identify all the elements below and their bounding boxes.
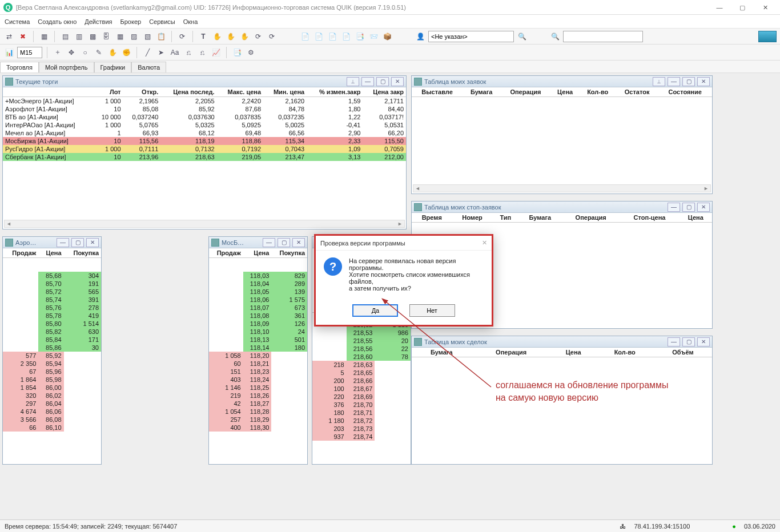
orderbook-row[interactable]: 118,04289 xyxy=(209,280,307,288)
tab-currency[interactable]: Валюта xyxy=(131,62,166,72)
menu-actions[interactable]: Действия xyxy=(85,18,112,25)
orderbook-row[interactable]: 118,07673 xyxy=(209,304,307,312)
orderbook-row[interactable]: 118,13501 xyxy=(209,336,307,344)
tab-charts[interactable]: Графики xyxy=(94,62,132,72)
scrollbar-h[interactable] xyxy=(4,220,405,228)
panel-min-button[interactable]: — xyxy=(668,77,680,86)
orderbook-row[interactable]: 29786,04 xyxy=(3,400,101,408)
panel-close-button[interactable]: ✕ xyxy=(697,77,710,86)
orderbook-row[interactable]: 180218,71 xyxy=(312,409,411,417)
panel-max-button[interactable]: ▢ xyxy=(682,337,695,346)
orderbook-row[interactable]: 118,08361 xyxy=(209,312,307,320)
refresh-icon[interactable]: ⟳ xyxy=(176,31,188,42)
panel-min-button[interactable]: — xyxy=(668,203,680,212)
orderbook-row[interactable]: 937218,74 xyxy=(312,433,411,441)
cursor-icon[interactable]: ➤ xyxy=(155,47,167,58)
orderbook-row[interactable]: 1 058118,20 xyxy=(209,352,307,360)
orderbook-row[interactable]: 118,03829 xyxy=(209,272,307,280)
workspace-thumbnail[interactable] xyxy=(758,31,777,42)
hand-icon[interactable]: ✋ xyxy=(225,31,236,42)
orderbook-row[interactable]: 257118,29 xyxy=(209,416,307,424)
account-select[interactable] xyxy=(428,31,514,42)
orderbook-row[interactable]: 1 146118,25 xyxy=(209,384,307,392)
text-aa-icon[interactable]: Aa xyxy=(169,47,180,58)
table-row[interactable]: ВТБ ао [A1-Акции]10 0000,0372400,0376300… xyxy=(3,113,406,121)
menu-windows[interactable]: Окна xyxy=(183,18,198,25)
panel-close-button[interactable]: ✕ xyxy=(391,77,404,86)
orderbook-row[interactable]: 376218,70 xyxy=(312,401,411,409)
line-icon[interactable]: ╱ xyxy=(142,47,153,58)
orderbook-row[interactable]: 60118,21 xyxy=(209,360,307,368)
menu-create[interactable]: Создать окно xyxy=(38,18,77,25)
table-row[interactable]: Сбербанк [A1-Акции]10213,96218,63219,052… xyxy=(3,153,406,161)
table-row[interactable]: Аэрофлот [A1-Акции]1085,0885,9287,6884,7… xyxy=(3,105,406,113)
connect-icon[interactable]: ⇄ xyxy=(3,31,15,42)
order-buy-icon[interactable]: 📄 xyxy=(313,31,324,42)
settings-icon[interactable]: ⚙ xyxy=(245,47,256,58)
chart-icon[interactable]: 📊 xyxy=(3,47,15,58)
orderbook-row[interactable]: 220218,69 xyxy=(312,393,411,401)
tool-icon[interactable]: 📑 xyxy=(354,31,365,42)
orderbook-row[interactable]: 57785,92 xyxy=(3,352,101,360)
orderbook-row[interactable]: 118,14180 xyxy=(209,344,307,352)
search-icon[interactable]: 🔍 xyxy=(549,31,561,42)
orderbook-row[interactable]: 400118,30 xyxy=(209,424,307,432)
hand-icon[interactable]: ✋ xyxy=(211,31,223,42)
panel-close-button[interactable]: ✕ xyxy=(292,238,305,247)
orderbook-row[interactable]: 118,061 575 xyxy=(209,296,307,304)
tool-icon[interactable]: 📈 xyxy=(210,47,222,58)
orderbook-row[interactable]: 85,72565 xyxy=(3,288,101,296)
maximize-button[interactable]: ▢ xyxy=(731,1,754,14)
tool-icon[interactable]: ▦ xyxy=(114,31,126,42)
orderbook-row[interactable]: 6686,10 xyxy=(3,424,101,432)
minimize-button[interactable]: — xyxy=(708,1,731,14)
crosshair-icon[interactable]: ＋ xyxy=(52,47,63,58)
tool-icon[interactable]: 📑 xyxy=(231,47,243,58)
orderbook-row[interactable]: 85,70191 xyxy=(3,280,101,288)
orderbook-row[interactable]: 4 67486,06 xyxy=(3,408,101,416)
timeframe-select[interactable] xyxy=(17,47,42,58)
panel-min-button[interactable]: — xyxy=(263,238,275,247)
orderbook-row[interactable]: 32086,02 xyxy=(3,392,101,400)
text-icon[interactable]: T xyxy=(198,31,209,42)
panel-max-button[interactable]: ▢ xyxy=(376,77,389,86)
tab-portfolio[interactable]: Мой портфель xyxy=(39,62,94,72)
scrollbar-h[interactable] xyxy=(413,184,711,192)
tool-icon[interactable]: 🗄 xyxy=(100,31,112,42)
disconnect-icon[interactable]: ✖ xyxy=(17,31,29,42)
menu-system[interactable]: Система xyxy=(5,18,30,25)
orderbook-row[interactable]: 1 180218,72 xyxy=(312,417,411,425)
orderbook-row[interactable]: 118,09126 xyxy=(209,320,307,328)
table-row[interactable]: МосБиржа [A1-Акции]10115,56118,19118,861… xyxy=(3,137,406,145)
tool-icon[interactable]: ▥ xyxy=(73,31,85,42)
orderbook-row[interactable]: 85,82630 xyxy=(3,328,101,336)
hand-icon[interactable]: ✋ xyxy=(107,47,118,58)
panel-max-button[interactable]: ▢ xyxy=(71,238,84,247)
orderbook-row[interactable]: 85,78419 xyxy=(3,312,101,320)
tool-icon[interactable]: ▩ xyxy=(87,31,98,42)
new-table-icon[interactable]: ▦ xyxy=(38,31,50,42)
tool-icon[interactable]: ⎌ xyxy=(196,47,208,58)
table-row[interactable]: РусГидро [A1-Акции]1 0000,71110,71320,71… xyxy=(3,145,406,153)
tool-icon[interactable]: ▤ xyxy=(59,31,71,42)
menu-services[interactable]: Сервисы xyxy=(149,18,175,25)
table-row[interactable]: +МосЭнерго [A1-Акции]1 0002,19652,20552,… xyxy=(3,97,406,106)
search-input[interactable] xyxy=(563,31,643,42)
order-stop-icon[interactable]: 📄 xyxy=(340,31,352,42)
orderbook-row[interactable]: 118,05139 xyxy=(209,288,307,296)
panel-max-button[interactable]: ▢ xyxy=(682,203,695,212)
orderbook-row[interactable]: 403118,24 xyxy=(209,376,307,384)
account-icon[interactable]: 👤 xyxy=(415,31,426,42)
account-search-icon[interactable]: 🔍 xyxy=(516,31,528,42)
sync-icon[interactable]: ⟳ xyxy=(252,31,264,42)
orderbook-row[interactable]: 1 054118,28 xyxy=(209,408,307,416)
hand-icon[interactable]: ✋ xyxy=(239,31,250,42)
panel-min-button[interactable]: — xyxy=(361,77,374,86)
pin-button[interactable]: ⟂ xyxy=(347,77,359,86)
panel-min-button[interactable]: — xyxy=(57,238,69,247)
orderbook-row[interactable]: 1 86485,98 xyxy=(3,376,101,384)
orderbook-row[interactable]: 42118,27 xyxy=(209,400,307,408)
orderbook-row[interactable]: 6785,96 xyxy=(3,368,101,376)
tool-icon[interactable]: 📨 xyxy=(368,31,379,42)
order-new-icon[interactable]: 📄 xyxy=(299,31,311,42)
